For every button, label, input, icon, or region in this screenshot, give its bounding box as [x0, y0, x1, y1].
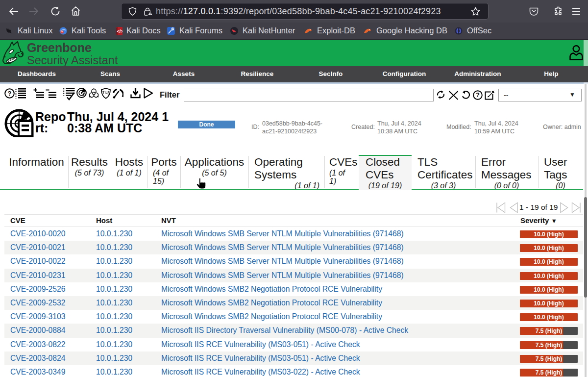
- svg-text:?: ?: [8, 90, 12, 97]
- svg-text:</>: </>: [117, 29, 122, 34]
- svg-text:?: ?: [476, 92, 480, 99]
